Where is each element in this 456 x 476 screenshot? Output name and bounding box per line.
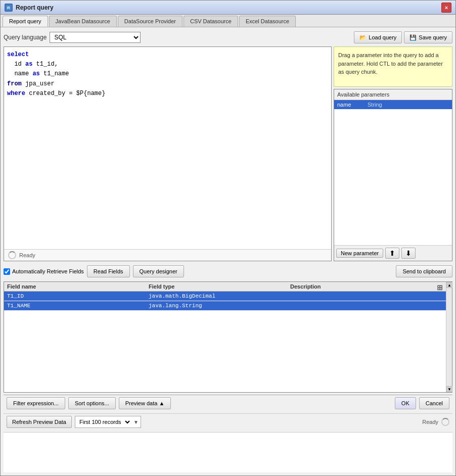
records-select[interactable]: First 100 records First 50 records All r… xyxy=(75,417,131,426)
query-lang-row: Query language SQL HQL EJBQL 📂 Load quer… xyxy=(4,30,452,44)
field-desc-cell xyxy=(290,293,443,299)
preview-data-button[interactable]: Preview data ▲ xyxy=(119,397,171,409)
records-dropdown-arrow[interactable]: ▼ xyxy=(131,419,141,425)
param-row[interactable]: name String xyxy=(334,100,452,109)
title-bar: R Report query × xyxy=(1,1,455,15)
load-icon: 📂 xyxy=(359,34,367,41)
bottom-bar: Filter expression... Sort options... Pre… xyxy=(4,395,452,411)
field-desc-header: Description xyxy=(290,283,443,290)
field-name-header: Field name xyxy=(7,283,149,290)
scroll-track[interactable] xyxy=(446,288,452,386)
query-designer-button[interactable]: Query designer xyxy=(133,265,184,277)
right-panel: Drag a parameter into the query to add a… xyxy=(334,46,452,261)
tab-report-query[interactable]: Report query xyxy=(3,16,48,27)
scroll-down-arrow[interactable]: ▼ xyxy=(446,386,452,392)
send-clipboard-button[interactable]: Send to clipboard xyxy=(396,265,452,277)
fields-scrollbar[interactable]: ▲ ▼ xyxy=(446,282,452,392)
new-parameter-button[interactable]: New parameter xyxy=(336,249,383,258)
svg-text:R: R xyxy=(7,6,10,10)
status-spinner-icon xyxy=(8,251,16,259)
move-down-button[interactable]: ⬇ xyxy=(401,248,416,259)
content-area: Query language SQL HQL EJBQL 📂 Load quer… xyxy=(1,27,455,475)
field-desc-cell xyxy=(290,303,443,309)
query-language-select[interactable]: SQL HQL EJBQL xyxy=(50,32,141,43)
tab-datasource-provider[interactable]: DataSource Provider xyxy=(118,16,183,27)
refresh-preview-button[interactable]: Refresh Preview Data xyxy=(7,416,72,428)
refresh-status: Ready xyxy=(422,418,449,426)
window-icon: R xyxy=(5,4,13,12)
field-name-cell: T1_ID xyxy=(7,293,149,299)
records-select-wrap: First 100 records First 50 records All r… xyxy=(75,416,141,428)
field-row[interactable]: T1_NAME java.lang.String xyxy=(4,301,446,311)
auto-retrieve-label[interactable]: Automatically Retrieve Fields xyxy=(4,268,84,275)
field-name-cell: T1_NAME xyxy=(7,303,149,309)
tab-javabean[interactable]: JavaBean Datasource xyxy=(49,16,117,27)
available-parameters-section: Available parameters name String New par… xyxy=(334,89,452,261)
read-fields-button[interactable]: Read Fields xyxy=(87,265,130,277)
editor-status-text: Ready xyxy=(19,252,35,258)
field-row[interactable]: T1_ID java.math.BigDecimal xyxy=(4,292,446,301)
ok-button[interactable]: OK xyxy=(395,397,416,409)
filter-expression-button[interactable]: Filter expression... xyxy=(7,397,65,409)
close-button[interactable]: × xyxy=(441,3,451,13)
params-footer: New parameter ⬆ ⬇ xyxy=(334,245,452,261)
move-down-icon: ⬇ xyxy=(405,249,412,257)
refresh-status-text: Ready xyxy=(422,419,438,425)
field-type-header: Field type xyxy=(149,283,290,290)
report-query-window: R Report query × Report query JavaBean D… xyxy=(0,0,456,476)
tab-excel[interactable]: Excel Datasource xyxy=(239,16,296,27)
query-lang-label: Query language xyxy=(4,34,47,41)
params-list: name String xyxy=(334,100,452,245)
window-title: Report query xyxy=(16,4,54,11)
field-type-cell: java.lang.String xyxy=(149,303,290,309)
hint-box: Drag a parameter into the query to add a… xyxy=(334,46,452,87)
param-name: name xyxy=(337,102,362,108)
query-editor-area: select id as t1_id, name as t1_name from… xyxy=(4,46,332,261)
tab-bar: Report query JavaBean Datasource DataSou… xyxy=(1,15,455,27)
cancel-button[interactable]: Cancel xyxy=(419,397,449,409)
params-label: Available parameters xyxy=(334,89,452,100)
actions-row: Automatically Retrieve Fields Read Field… xyxy=(4,263,452,279)
load-query-button[interactable]: 📂 Load query xyxy=(354,31,402,43)
refresh-bar: Refresh Preview Data First 100 records F… xyxy=(4,413,452,430)
main-panel: select id as t1_id, name as t1_name from… xyxy=(4,46,452,261)
fields-table-body: T1_ID java.math.BigDecimal T1_NAME java.… xyxy=(4,292,446,392)
fields-section: Field name Field type Description ⊞ T1_I… xyxy=(4,281,452,393)
fields-expand-icon[interactable]: ⊞ xyxy=(437,283,443,292)
move-up-button[interactable]: ⬆ xyxy=(385,248,399,259)
sort-options-button[interactable]: Sort options... xyxy=(68,397,116,409)
tab-csv[interactable]: CSV Datasource xyxy=(184,16,238,27)
field-type-cell: java.math.BigDecimal xyxy=(149,293,290,299)
save-query-button[interactable]: 💾 Save query xyxy=(404,31,452,43)
fields-table-header: Field name Field type Description ⊞ xyxy=(4,282,446,292)
query-code-display[interactable]: select id as t1_id, name as t1_name from… xyxy=(4,47,331,249)
move-up-icon: ⬆ xyxy=(389,249,395,257)
auto-retrieve-checkbox[interactable] xyxy=(4,268,10,275)
editor-status-bar: Ready xyxy=(4,249,331,261)
preview-area xyxy=(4,432,452,472)
param-type: String xyxy=(368,102,382,108)
save-icon: 💾 xyxy=(409,34,417,41)
refresh-spinner-icon xyxy=(441,418,449,426)
scroll-up-arrow[interactable]: ▲ xyxy=(446,282,452,288)
